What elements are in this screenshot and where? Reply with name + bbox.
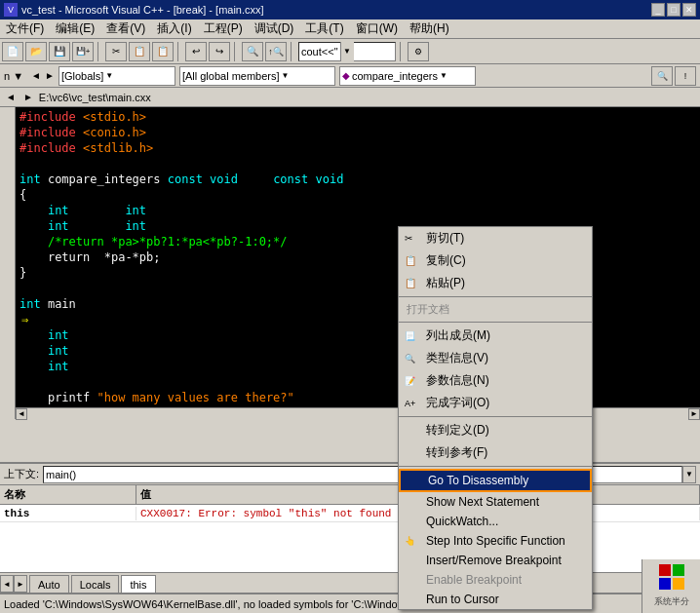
nav-back[interactable]: ◄ xyxy=(31,70,41,81)
debug-indicator: n ▼ xyxy=(4,70,23,82)
sep3 xyxy=(234,42,238,61)
menu-tools[interactable]: 工具(T) xyxy=(299,19,349,39)
ctx-param-info[interactable]: 📝 参数信息(N) xyxy=(399,369,592,392)
ctx-goto-ref[interactable]: 转到参考(F) xyxy=(399,441,592,464)
ctx-run-cursor[interactable]: Run to Cursor xyxy=(399,590,592,609)
app-icon: V xyxy=(4,3,18,17)
context-menu: ✂ 剪切(T) 📋 复制(C) 📋 粘贴(P) 打开文档 📃 列出成员(M) 🔍… xyxy=(398,226,593,610)
ctx-copy[interactable]: 📋 复制(C) xyxy=(399,249,592,272)
logo-sq-green xyxy=(673,564,684,576)
ctx-paste-label: 粘贴(P) xyxy=(426,275,465,291)
logo-sq-blue xyxy=(659,578,671,590)
copy-button[interactable]: 📋 xyxy=(129,42,150,61)
close-button[interactable]: ✕ xyxy=(682,3,696,17)
members-value: [All global members] xyxy=(182,70,280,82)
toolbar1: 📄 📂 💾 💾+ ✂ 📋 📋 ↩ ↪ 🔍 ↑🔍 cout<<" ▼ ⚙ xyxy=(0,39,700,64)
sep-ctx4 xyxy=(399,466,592,467)
globals-value: [Globals] xyxy=(61,70,103,82)
menu-debug[interactable]: 调试(D) xyxy=(249,19,300,39)
paraminfo-icon: 📝 xyxy=(405,376,415,386)
ctx-goto-disassembly[interactable]: Go To Disassembly xyxy=(399,469,592,492)
combo-dropdown-arrow[interactable]: ▼ xyxy=(340,42,354,61)
ctx-step-into[interactable]: 👆 Step Into Specific Function xyxy=(399,531,592,551)
context-label: 上下文: xyxy=(4,467,39,481)
filepath-forward[interactable]: ► xyxy=(21,92,35,102)
logo-sq-red xyxy=(659,564,671,576)
ctx-step-into-label: Step Into Specific Function xyxy=(426,534,565,548)
new-button[interactable]: 📄 xyxy=(2,42,23,61)
tab-auto[interactable]: Auto xyxy=(29,575,69,593)
ctx-goto-def[interactable]: 转到定义(D) xyxy=(399,419,592,441)
ctx-show-next[interactable]: Show Next Statement xyxy=(399,492,592,512)
ctx-paste[interactable]: 📋 粘贴(P) xyxy=(399,272,592,294)
members-dropdown[interactable]: [All global members] ▼ xyxy=(179,66,335,86)
sep-ctx1 xyxy=(399,296,592,297)
ctx-type-info-label: 类型信息(V) xyxy=(426,350,488,366)
ctx-list-members[interactable]: 📃 列出成员(M) xyxy=(399,325,592,347)
ctx-complete-word[interactable]: A+ 完成字词(O) xyxy=(399,392,592,414)
ctx-quickwatch[interactable]: QuickWatch... xyxy=(399,512,592,531)
open-button[interactable]: 📂 xyxy=(25,42,47,61)
function-dropdown[interactable]: ◆ compare_integers ▼ xyxy=(339,66,476,86)
undo-button[interactable]: ↩ xyxy=(185,42,207,61)
combo-value: cout<<" xyxy=(299,46,340,57)
var-row-this[interactable]: this CXX0017: Error: symbol "this" not f… xyxy=(0,505,700,522)
ctx-cut[interactable]: ✂ 剪切(T) xyxy=(399,227,592,249)
globals-dropdown[interactable]: [Globals] ▼ xyxy=(58,66,175,86)
context-bar: 上下文: main() ▼ xyxy=(0,464,700,485)
sep-ctx2 xyxy=(399,322,592,323)
ctx-complete-label: 完成字词(O) xyxy=(426,395,489,411)
nav-forward[interactable]: ► xyxy=(45,70,55,81)
left-gutter xyxy=(0,107,16,419)
sep4 xyxy=(291,42,294,61)
ctx-quickwatch-label: QuickWatch... xyxy=(426,515,498,528)
paste-button[interactable]: 📋 xyxy=(152,42,174,61)
toolbar-combo[interactable]: cout<<" ▼ xyxy=(298,42,396,61)
complete-icon: A+ xyxy=(405,399,415,408)
menu-insert[interactable]: 插入(I) xyxy=(151,19,197,39)
menu-file[interactable]: 文件(F) xyxy=(0,19,50,39)
tb-extra2[interactable]: ! xyxy=(675,66,696,86)
scroll-left-tab[interactable]: ◄ xyxy=(0,575,14,593)
filepath-back[interactable]: ◄ xyxy=(4,92,18,102)
copy-icon: 📋 xyxy=(405,255,416,266)
logo-sq-orange xyxy=(673,578,684,590)
maximize-button[interactable]: □ xyxy=(667,3,681,17)
extra-toolbar[interactable]: 🔍 ! xyxy=(651,66,696,86)
scroll-right-tab[interactable]: ► xyxy=(14,575,27,593)
menu-project[interactable]: 工程(P) xyxy=(198,19,249,39)
paste-icon: 📋 xyxy=(405,278,416,288)
ctx-goto-disasm-label: Go To Disassembly xyxy=(428,474,528,487)
menu-help[interactable]: 帮助(H) xyxy=(404,19,455,39)
menu-window[interactable]: 窗口(W) xyxy=(350,19,404,39)
tab-locals[interactable]: Locals xyxy=(71,575,120,593)
redo-button[interactable]: ↪ xyxy=(209,42,230,61)
ctx-show-next-label: Show Next Statement xyxy=(426,495,539,509)
ctx-goto-def-label: 转到定义(D) xyxy=(426,422,489,439)
hscroll-left[interactable]: ◄ xyxy=(16,408,27,420)
function-icon: ◆ xyxy=(342,70,350,81)
tab-this[interactable]: this xyxy=(121,575,155,593)
hscroll-bar[interactable]: ◄ ► xyxy=(16,407,700,419)
find-button[interactable]: 🔍 xyxy=(242,42,263,61)
code-editor[interactable]: #include <stdio.h> #include <conio.h> #i… xyxy=(16,107,700,419)
menu-view[interactable]: 查看(V) xyxy=(100,19,151,39)
var-name-this: this xyxy=(0,507,136,520)
save-all-button[interactable]: 💾+ xyxy=(72,42,94,61)
minimize-button[interactable]: _ xyxy=(651,3,665,17)
title-text: vc_test - Microsoft Visual C++ - [break]… xyxy=(21,4,264,16)
ctx-toggle-bp[interactable]: Insert/Remove Breakpoint xyxy=(399,551,592,570)
save-button[interactable]: 💾 xyxy=(49,42,70,61)
ctx-run-cursor-label: Run to Cursor xyxy=(426,593,499,606)
ctx-cut-label: 剪切(T) xyxy=(426,230,464,247)
context-dropdown-arrow[interactable]: ▼ xyxy=(682,466,696,483)
main-area: #include <stdio.h> #include <conio.h> #i… xyxy=(0,107,700,419)
tb-extra1[interactable]: 🔍 xyxy=(651,66,673,86)
cut-button[interactable]: ✂ xyxy=(105,42,127,61)
sep2 xyxy=(177,42,181,61)
hscroll-right[interactable]: ► xyxy=(688,408,700,420)
find-prev-button[interactable]: ↑🔍 xyxy=(265,42,287,61)
ctx-type-info[interactable]: 🔍 类型信息(V) xyxy=(399,347,592,369)
menu-edit[interactable]: 编辑(E) xyxy=(50,19,100,39)
extra-button[interactable]: ⚙ xyxy=(408,42,429,61)
